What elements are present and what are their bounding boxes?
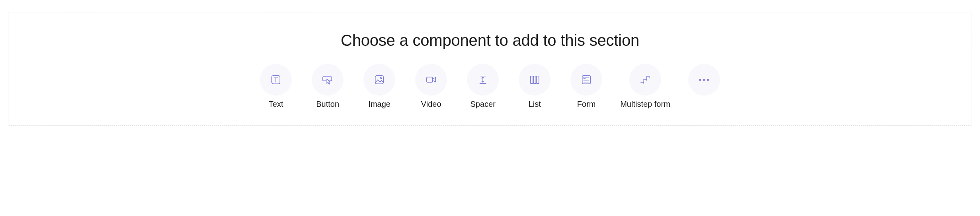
component-option-form[interactable]: Form — [568, 64, 604, 109]
component-option-list[interactable]: List — [517, 64, 552, 109]
more-icon — [688, 64, 720, 96]
component-option-text[interactable]: Text — [258, 64, 294, 109]
component-picker-row: Text Button Image — [258, 64, 722, 109]
component-option-image[interactable]: Image — [361, 64, 397, 109]
component-option-multistep-form[interactable]: Multistep form — [620, 64, 670, 109]
text-icon — [260, 64, 292, 96]
component-option-video-label: Video — [421, 100, 441, 109]
svg-rect-3 — [427, 77, 433, 82]
video-icon — [415, 64, 447, 96]
button-icon — [312, 64, 344, 96]
component-option-button-label: Button — [316, 100, 339, 109]
svg-rect-9 — [537, 76, 539, 84]
component-option-more[interactable] — [686, 64, 722, 96]
component-option-spacer[interactable]: Spacer — [465, 64, 501, 109]
multistep-form-icon — [629, 64, 661, 96]
spacer-icon — [467, 64, 499, 96]
dropzone-heading: Choose a component to add to this sectio… — [341, 31, 639, 49]
component-option-list-label: List — [529, 100, 541, 109]
component-option-form-label: Form — [577, 100, 596, 109]
form-icon — [570, 64, 602, 96]
svg-rect-1 — [375, 76, 384, 84]
component-dropzone: Choose a component to add to this sectio… — [8, 12, 972, 126]
list-icon — [519, 64, 551, 96]
image-icon — [363, 64, 395, 96]
svg-rect-11 — [584, 77, 586, 79]
component-option-text-label: Text — [269, 100, 283, 109]
svg-rect-7 — [531, 76, 533, 84]
svg-rect-10 — [582, 76, 591, 84]
component-option-image-label: Image — [368, 100, 390, 109]
svg-point-2 — [380, 77, 382, 79]
component-option-button[interactable]: Button — [310, 64, 346, 109]
component-option-multistep-form-label: Multistep form — [620, 100, 670, 109]
component-option-spacer-label: Spacer — [470, 100, 496, 109]
svg-rect-8 — [533, 76, 536, 84]
component-option-video[interactable]: Video — [413, 64, 449, 109]
